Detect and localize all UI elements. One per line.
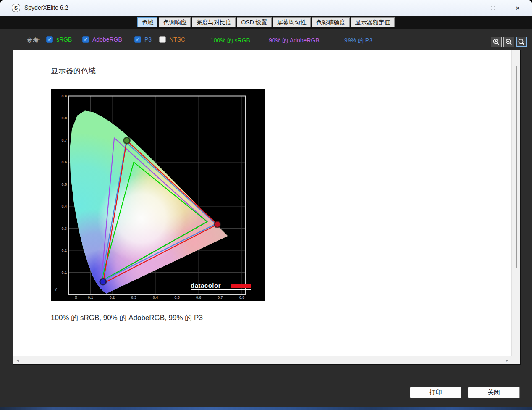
svg-text:datacolor: datacolor	[191, 282, 221, 289]
svg-text:Y: Y	[55, 287, 57, 292]
checkbox-label: AdobeRGB	[92, 36, 122, 43]
gamut-percentage-label: 99% 的 P3	[344, 37, 372, 45]
report-panel: 显示器的色域 0.10.20.30.40.50.60.70.80.90.10.2…	[13, 50, 521, 365]
zoom-controls	[491, 37, 527, 47]
titlebar: S SpyderXElite 6.2 ✕	[0, 0, 532, 16]
svg-text:0.4: 0.4	[153, 295, 158, 300]
app-logo-icon: S	[12, 4, 20, 12]
svg-text:0.8: 0.8	[61, 116, 67, 120]
tab-屏幕均匀性[interactable]: 屏幕均匀性	[273, 17, 311, 27]
close-icon: ✕	[516, 5, 520, 11]
tab-色彩精确度[interactable]: 色彩精确度	[312, 17, 350, 27]
red-primary-marker	[214, 221, 220, 228]
window-title: SpyderXElite 6.2	[24, 4, 68, 11]
reference-row: 参考: ✓sRGB✓AdobeRGB✓P3NTSC 100% 的 sRGB90%…	[0, 34, 532, 48]
svg-text:0.1: 0.1	[88, 295, 93, 300]
reference-checkbox-sRGB[interactable]: ✓sRGB	[46, 36, 72, 43]
close-window-button[interactable]: ✕	[508, 0, 527, 16]
gamut-percentage-label: 100% 的 sRGB	[210, 37, 250, 45]
minimize-button[interactable]	[460, 0, 480, 16]
svg-text:0.3: 0.3	[131, 295, 136, 300]
svg-text:0.8: 0.8	[239, 295, 245, 300]
svg-text:0.6: 0.6	[61, 160, 67, 164]
svg-text:0.4: 0.4	[61, 204, 67, 208]
taskbar-strip	[0, 407, 532, 410]
checkbox-icon[interactable]	[159, 36, 166, 43]
logo-letter: S	[14, 5, 18, 11]
zoom-out-icon	[505, 38, 513, 46]
checkbox-label: sRGB	[56, 36, 72, 43]
maximize-icon	[491, 6, 495, 10]
zoom-out-button[interactable]	[503, 37, 514, 47]
maximize-button[interactable]	[483, 0, 503, 16]
reference-label: 参考:	[27, 37, 40, 45]
zoom-in-icon	[493, 38, 500, 46]
close-dialog-button[interactable]: 关闭	[468, 387, 520, 398]
svg-text:0.2: 0.2	[61, 248, 67, 252]
tab-色域[interactable]: 色域	[137, 17, 157, 27]
vertical-scrollbar[interactable]	[511, 50, 520, 356]
gamut-percentage-label: 90% 的 AdobeRGB	[269, 37, 320, 45]
report-title: 显示器的色域	[51, 66, 96, 76]
svg-text:0.7: 0.7	[218, 295, 223, 300]
vertical-scrollbar-thumb[interactable]	[516, 66, 517, 268]
zoom-reset-button[interactable]	[516, 37, 527, 47]
reference-checkbox-NTSC[interactable]: NTSC	[159, 36, 185, 43]
green-primary-marker	[124, 137, 130, 144]
svg-text:0.6: 0.6	[196, 295, 202, 300]
zoom-in-button[interactable]	[491, 37, 502, 47]
scrollbar-corner	[511, 356, 520, 364]
gamut-chart: 0.10.20.30.40.50.60.70.80.90.10.20.30.40…	[51, 89, 265, 301]
svg-text:X: X	[75, 295, 77, 300]
checkbox-icon[interactable]: ✓	[82, 36, 89, 43]
reference-checkbox-AdobeRGB[interactable]: ✓AdobeRGB	[82, 36, 122, 43]
tab-OSD 设置[interactable]: OSD 设置	[237, 17, 271, 27]
scroll-left-arrow-icon[interactable]: ◄	[16, 356, 20, 365]
app-window: S SpyderXElite 6.2 ✕ 色域色调响应亮度与对比度OSD 设置屏…	[0, 0, 532, 410]
tab-显示器额定值[interactable]: 显示器额定值	[351, 17, 395, 27]
checkbox-icon[interactable]: ✓	[46, 36, 53, 43]
minimize-icon	[468, 8, 472, 8]
reference-checkbox-P3[interactable]: ✓P3	[134, 36, 152, 43]
svg-text:0.1: 0.1	[61, 271, 67, 275]
tab-亮度与对比度[interactable]: 亮度与对比度	[192, 17, 236, 27]
tab-bar: 色域色调响应亮度与对比度OSD 设置屏幕均匀性色彩精确度显示器额定值	[0, 16, 532, 29]
zoom-reset-icon	[518, 38, 525, 46]
blue-primary-marker	[100, 279, 106, 285]
checkbox-label: NTSC	[169, 36, 185, 43]
cie-chromaticity-diagram: 0.10.20.30.40.50.60.70.80.90.10.20.30.40…	[51, 89, 265, 301]
svg-text:0.5: 0.5	[174, 295, 180, 300]
svg-text:0.3: 0.3	[61, 226, 67, 231]
scroll-right-arrow-icon[interactable]: ►	[505, 356, 509, 365]
print-button[interactable]: 打印	[410, 387, 461, 398]
svg-text:0.5: 0.5	[61, 182, 67, 187]
tab-色调响应[interactable]: 色调响应	[159, 17, 191, 27]
horizontal-scrollbar[interactable]: ◄ ►	[13, 356, 511, 364]
checkbox-icon[interactable]: ✓	[134, 36, 141, 43]
svg-text:0.2: 0.2	[110, 295, 115, 300]
svg-text:0.7: 0.7	[61, 138, 67, 142]
svg-text:0.9: 0.9	[61, 94, 67, 98]
checkbox-label: P3	[144, 36, 152, 43]
gamut-summary-caption: 100% 的 sRGB, 90% 的 AdobeRGB, 99% 的 P3	[51, 313, 203, 323]
